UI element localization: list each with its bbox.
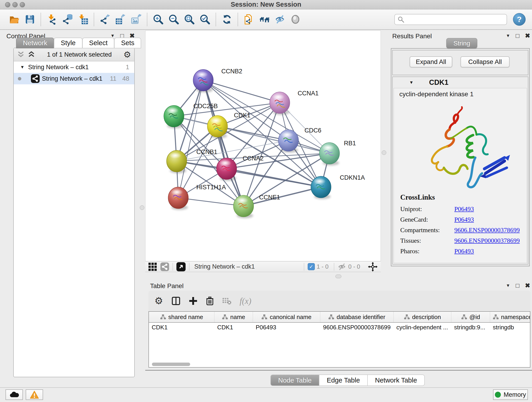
string-import-button[interactable] xyxy=(243,13,255,26)
tab-style[interactable]: Style xyxy=(54,38,82,48)
network-graph[interactable]: CCNB2CCNA1CDC25BCDK1CDC6RB1CCNB1CCNA2CDK… xyxy=(146,31,380,261)
panel-close-icon[interactable]: ✖ xyxy=(525,32,530,39)
expand-all-icon[interactable] xyxy=(27,51,35,58)
export-image-button[interactable] xyxy=(130,13,142,26)
tab-select[interactable]: Select xyxy=(82,38,114,48)
column-header-database-identifier[interactable]: database identifier xyxy=(320,312,394,322)
collapse-all-icon[interactable] xyxy=(17,51,25,58)
panel-close-icon[interactable]: ✖ xyxy=(525,282,530,289)
current-network-icon xyxy=(18,77,21,80)
table-row[interactable]: CDK1CDK1P064939606.ENSP00000378699cyclin… xyxy=(149,323,530,333)
panel-collapse-icon[interactable]: ▼ xyxy=(506,33,510,38)
home-icon xyxy=(259,14,270,25)
move-crosshair-icon[interactable] xyxy=(368,262,378,272)
collapse-all-button[interactable]: Collapse All xyxy=(461,56,510,67)
expand-all-button[interactable]: Expand All xyxy=(410,56,452,67)
column-header-shared-name[interactable]: shared name xyxy=(149,312,215,322)
network-collection-row[interactable]: ▼ String Network – cdk1 1 xyxy=(14,61,134,73)
hidden-eye-icon xyxy=(338,262,346,271)
network-view[interactable]: CCNB2CCNA1CDC25BCDK1CDC6RB1CCNB1CCNA2CDK… xyxy=(145,31,381,261)
status-bar: Memory xyxy=(0,387,532,402)
table-panel-divider xyxy=(145,370,532,370)
table-cell: CDK1 xyxy=(149,323,215,333)
network-row[interactable]: String Network – cdk1 11 48 xyxy=(14,73,134,84)
panel-collapse-icon[interactable]: ▼ xyxy=(506,283,510,288)
gene-description: cyclin-dependent kinase 1 xyxy=(399,90,474,98)
left-splitter-handle[interactable] xyxy=(140,205,144,210)
import-database-button[interactable] xyxy=(61,13,74,26)
crosslink-value[interactable]: 9606.ENSP00000378699 xyxy=(454,226,520,234)
table-settings-gear-icon[interactable]: ⚙ xyxy=(154,296,163,306)
collection-count: 1 xyxy=(126,64,129,71)
zoom-fit-button[interactable] xyxy=(183,13,196,26)
refresh-icon xyxy=(222,14,232,25)
svg-text:CCNB2: CCNB2 xyxy=(221,68,242,75)
panel-float-icon[interactable]: □ xyxy=(516,32,519,39)
svg-text:CDKN1A: CDKN1A xyxy=(340,174,365,181)
tab-sets[interactable]: Sets xyxy=(114,38,141,48)
crosslink-value[interactable]: 9606.ENSP00000378699 xyxy=(454,237,520,244)
table-cell: stringdb:9... xyxy=(451,323,490,333)
zoom-selected-icon xyxy=(200,14,210,25)
cloud-button[interactable] xyxy=(6,389,23,400)
birdseye-view-icon[interactable] xyxy=(177,262,186,271)
home-button[interactable] xyxy=(258,13,271,26)
gear-icon[interactable]: ⚙ xyxy=(123,51,131,59)
refresh-button[interactable] xyxy=(221,13,233,26)
column-header-description[interactable]: description xyxy=(394,312,451,322)
zoom-out-button[interactable] xyxy=(167,13,180,26)
cdk1-section-header[interactable]: ▼ CDK1 xyxy=(393,77,528,88)
grid-view-icon[interactable] xyxy=(148,263,157,271)
show-columns-icon[interactable] xyxy=(171,296,181,306)
selected-checkbox-icon[interactable]: ✓ xyxy=(308,263,315,270)
export-table-button[interactable] xyxy=(114,13,127,26)
crosslink-row: Uniprot:P06493 xyxy=(400,204,520,214)
horizontal-scrollbar[interactable] xyxy=(152,363,190,366)
save-session-button[interactable] xyxy=(24,13,36,26)
show-all-button[interactable] xyxy=(289,13,302,26)
tab-network[interactable]: Network xyxy=(16,38,54,48)
section-expanded-icon[interactable]: ▼ xyxy=(409,80,413,85)
column-header-namespace[interactable]: namespace xyxy=(490,312,530,322)
import-table-button[interactable] xyxy=(77,13,89,26)
crosslink-value[interactable]: P06493 xyxy=(454,216,474,223)
hide-selected-button[interactable] xyxy=(274,13,286,26)
memory-label: Memory xyxy=(504,391,526,398)
results-panel-controls: ▼ □ ✖ xyxy=(506,32,530,39)
tab-node-table[interactable]: Node Table xyxy=(270,375,319,386)
network-share-icon[interactable] xyxy=(160,262,169,271)
import-database-icon xyxy=(62,14,73,25)
bottom-splitter-handle[interactable] xyxy=(336,274,341,278)
export-network-button[interactable] xyxy=(99,13,111,26)
help-button[interactable]: ? xyxy=(513,13,526,26)
import-network-button[interactable] xyxy=(46,13,58,26)
column-header-canonical-name[interactable]: canonical name xyxy=(253,312,320,322)
tab-network-table[interactable]: Network Table xyxy=(368,375,425,386)
svg-text:CCNE1: CCNE1 xyxy=(259,194,280,201)
zoom-in-button[interactable] xyxy=(152,13,164,26)
cdk1-details: cyclin-dependent kinase 1 CrossL xyxy=(394,88,527,263)
memory-button[interactable]: Memory xyxy=(493,389,528,400)
hidden-count: 0 - 0 xyxy=(348,263,360,270)
open-session-button[interactable] xyxy=(8,13,20,26)
delete-column-icon[interactable] xyxy=(206,296,214,306)
tab-edge-table[interactable]: Edge Table xyxy=(319,375,368,386)
cytoscape-window: Session: New Session ? Control Panel ▼ □… xyxy=(0,0,532,402)
column-header--id[interactable]: @id xyxy=(451,312,490,322)
warnings-button[interactable] xyxy=(26,389,43,400)
search-box[interactable] xyxy=(394,14,507,25)
crosslink-value[interactable]: P06493 xyxy=(454,205,474,213)
crosslink-value[interactable]: P06493 xyxy=(454,248,474,255)
window-title: Session: New Session xyxy=(0,1,532,8)
search-input[interactable] xyxy=(404,16,504,23)
tab-string[interactable]: String xyxy=(446,38,477,48)
svg-text:HIST1H1A: HIST1H1A xyxy=(196,184,226,191)
column-header-name[interactable]: name xyxy=(215,312,253,322)
add-column-icon[interactable] xyxy=(189,297,197,305)
zoom-selected-button[interactable] xyxy=(199,13,211,26)
table-body: CDK1CDK1P064939606.ENSP00000378699cyclin… xyxy=(149,323,530,333)
tree-expanded-icon[interactable]: ▼ xyxy=(20,65,25,70)
panel-float-icon[interactable]: □ xyxy=(516,282,519,289)
table-tabs: Node TableEdge TableNetwork Table xyxy=(270,375,425,386)
right-splitter-handle[interactable] xyxy=(382,150,386,155)
